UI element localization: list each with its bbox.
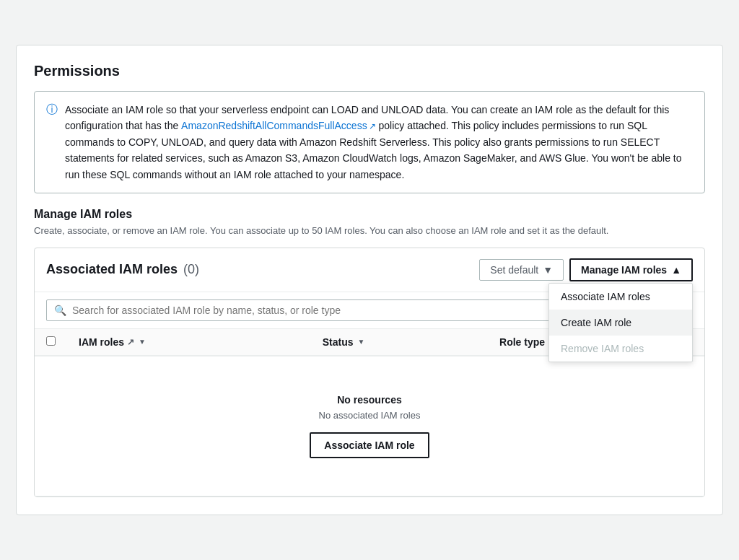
table-card: Associated IAM roles (0) Set default ▼ M… xyxy=(34,248,705,497)
search-icon: 🔍 xyxy=(54,305,66,316)
select-all-col xyxy=(35,329,67,356)
table-header: Associated IAM roles (0) Set default ▼ M… xyxy=(35,248,704,292)
iam-roles-sort-icon[interactable]: ▼ xyxy=(139,338,146,346)
col-role-type-label: Role type xyxy=(499,336,545,348)
info-box: ⓘ Associate an IAM role so that your ser… xyxy=(34,91,705,193)
col-status: Status ▼ xyxy=(311,329,488,356)
header-actions: Set default ▼ Manage IAM roles ▲ Associa… xyxy=(479,258,693,281)
chevron-down-icon: ▼ xyxy=(543,264,553,276)
info-icon: ⓘ xyxy=(46,102,58,183)
chevron-up-icon: ▲ xyxy=(671,264,681,276)
table-title-group: Associated IAM roles (0) xyxy=(46,262,199,277)
table-count: (0) xyxy=(183,262,199,276)
info-text: Associate an IAM role so that your serve… xyxy=(65,102,693,183)
external-link-icon: ↗ xyxy=(369,121,376,131)
no-resources-title: No resources xyxy=(58,394,681,406)
no-resources-desc: No associated IAM roles xyxy=(58,410,681,421)
select-all-checkbox[interactable] xyxy=(46,336,56,346)
page-container: Permissions ⓘ Associate an IAM role so t… xyxy=(16,45,723,515)
no-resources-container: No resources No associated IAM roles Ass… xyxy=(46,365,693,487)
amazon-redshift-link[interactable]: AmazonRedshiftAllCommandsFullAccess↗ xyxy=(181,120,376,131)
manage-dropdown-wrapper: Manage IAM roles ▲ Associate IAM roles C… xyxy=(569,258,693,281)
col-status-label: Status xyxy=(323,336,354,348)
manage-section-title: Manage IAM roles xyxy=(34,208,705,221)
manage-iam-roles-button[interactable]: Manage IAM roles ▲ xyxy=(569,258,693,281)
manage-label: Manage IAM roles xyxy=(581,264,667,276)
set-default-label: Set default xyxy=(490,264,538,276)
manage-dropdown-menu: Associate IAM roles Create IAM role Remo… xyxy=(548,283,693,362)
iam-roles-external-icon: ↗ xyxy=(127,337,134,347)
dropdown-item-associate[interactable]: Associate IAM roles xyxy=(549,284,692,310)
empty-state-row: No resources No associated IAM roles Ass… xyxy=(35,356,704,496)
page-title: Permissions xyxy=(34,63,705,79)
status-sort-icon[interactable]: ▼ xyxy=(358,338,365,346)
col-iam-roles-label: IAM roles xyxy=(79,336,124,348)
dropdown-item-create[interactable]: Create IAM role xyxy=(549,310,692,336)
dropdown-item-remove[interactable]: Remove IAM roles xyxy=(549,336,692,362)
col-iam-roles: IAM roles ↗ ▼ xyxy=(67,329,311,356)
manage-section-desc: Create, associate, or remove an IAM role… xyxy=(34,225,705,236)
associate-iam-role-button[interactable]: Associate IAM role xyxy=(310,432,429,458)
table-title: Associated IAM roles xyxy=(46,262,178,276)
set-default-button[interactable]: Set default ▼ xyxy=(479,259,564,281)
